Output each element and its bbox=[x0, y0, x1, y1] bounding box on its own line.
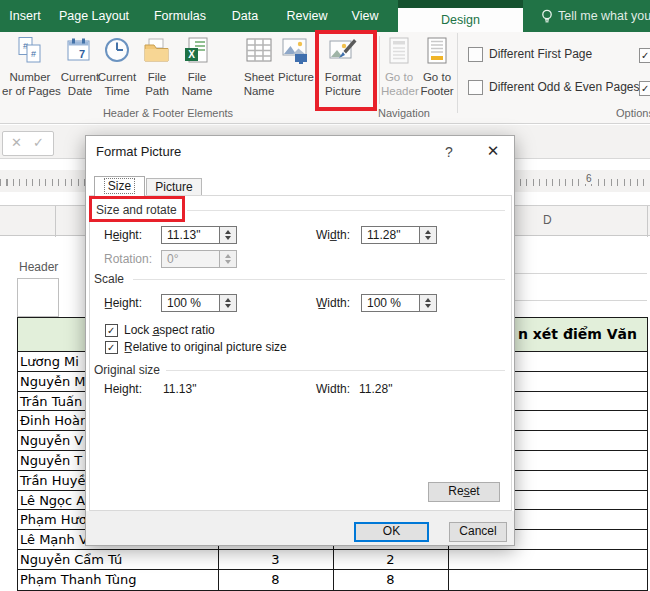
button-label: Header bbox=[381, 85, 419, 97]
different-odd-even-label: Different Odd & Even Pages bbox=[489, 80, 640, 94]
help-icon[interactable]: ? bbox=[441, 144, 457, 160]
button-label: Go to bbox=[385, 71, 413, 83]
score-cell[interactable]: 2 bbox=[333, 550, 448, 570]
spin-up-icon[interactable] bbox=[425, 230, 431, 234]
go-to-header-icon bbox=[384, 36, 414, 66]
svg-text:7: 7 bbox=[79, 48, 85, 60]
different-first-page-label: Different First Page bbox=[489, 47, 592, 61]
original-width-label: Width: bbox=[316, 382, 350, 396]
current-time-button[interactable]: Current Time bbox=[97, 33, 137, 105]
student-name: Phạm Thanh Tùng bbox=[20, 572, 137, 587]
table-row[interactable]: Nguyễn Cẩm Tú 3 2 bbox=[17, 550, 647, 570]
enter-entry-icon[interactable]: ✓ bbox=[33, 135, 44, 150]
go-to-footer-icon bbox=[422, 36, 452, 66]
file-name-button[interactable]: X File Name bbox=[177, 33, 217, 105]
tell-me-box[interactable]: Tell me what you w bbox=[558, 0, 650, 32]
picture-button[interactable]: Picture bbox=[276, 33, 316, 105]
current-date-button[interactable]: 7 Current Date bbox=[60, 33, 100, 105]
column-header-divider bbox=[55, 206, 56, 237]
reset-button[interactable]: Res̲et bbox=[428, 482, 500, 502]
table-border bbox=[647, 317, 648, 591]
relative-to-original-checkbox[interactable]: ✓ bbox=[105, 341, 118, 354]
lock-aspect-ratio-checkbox[interactable]: ✓ bbox=[105, 324, 118, 337]
student-name: Lê Ngọc A bbox=[20, 493, 85, 508]
scale-width-spinner[interactable] bbox=[419, 295, 436, 311]
button-label: Name bbox=[244, 85, 275, 97]
spin-down-icon[interactable] bbox=[225, 236, 231, 240]
button-label: Name bbox=[182, 85, 213, 97]
close-icon[interactable]: ✕ bbox=[484, 142, 502, 160]
score-cell[interactable]: 8 bbox=[333, 570, 448, 590]
tab-view[interactable]: View bbox=[352, 0, 379, 32]
group-label-options: Options bbox=[616, 107, 650, 120]
different-first-page-checkbox[interactable] bbox=[468, 47, 483, 62]
scale-height-spinner[interactable] bbox=[219, 295, 236, 311]
lightbulb-icon bbox=[541, 9, 553, 24]
number-of-pages-button[interactable]: # # Number er of Pages bbox=[2, 33, 58, 105]
spin-down-icon[interactable] bbox=[425, 236, 431, 240]
height-spinner[interactable] bbox=[219, 227, 236, 243]
tab-picture[interactable]: Picture bbox=[146, 178, 202, 196]
tab-insert[interactable]: Insert bbox=[9, 0, 40, 32]
different-odd-even-checkbox[interactable] bbox=[468, 80, 483, 95]
spin-up-icon[interactable] bbox=[225, 230, 231, 234]
picture-icon bbox=[281, 36, 311, 66]
tab-data[interactable]: Data bbox=[232, 0, 258, 32]
spin-up-icon bbox=[225, 254, 231, 258]
student-name: Đinh Hoàn bbox=[20, 413, 88, 428]
group-separator bbox=[457, 33, 458, 113]
cancel-button[interactable]: Cancel bbox=[449, 522, 507, 542]
student-name: Nguyễn Cẩm Tú bbox=[20, 552, 122, 567]
cancel-entry-icon[interactable]: ✕ bbox=[11, 135, 22, 150]
spin-down-icon[interactable] bbox=[225, 304, 231, 308]
file-path-button[interactable]: File Path bbox=[139, 33, 175, 105]
scale-width-field[interactable]: 100 % bbox=[361, 294, 437, 312]
tab-formulas[interactable]: Formulas bbox=[154, 0, 206, 32]
score-cell[interactable]: 8 bbox=[218, 570, 333, 590]
scale-height-field[interactable]: 100 % bbox=[161, 294, 237, 312]
tab-review[interactable]: Review bbox=[287, 0, 328, 32]
dialog-title: Format Picture bbox=[96, 144, 181, 159]
width-spinner[interactable] bbox=[419, 227, 436, 243]
number-of-pages-icon: # # bbox=[15, 36, 45, 66]
button-label: Go to bbox=[423, 71, 451, 83]
sheet-name-button[interactable]: Sheet Name bbox=[239, 33, 279, 105]
width-field[interactable]: 11.28" bbox=[361, 226, 437, 244]
button-label: Picture bbox=[278, 71, 314, 83]
section-divider bbox=[187, 210, 505, 211]
format-picture-highlight bbox=[315, 30, 377, 111]
header-box[interactable] bbox=[17, 278, 59, 317]
original-width-value: 11.28" bbox=[359, 382, 392, 396]
section-divider bbox=[133, 279, 505, 280]
button-label: Sheet bbox=[244, 71, 274, 83]
ok-button[interactable]: OK bbox=[354, 522, 429, 542]
height-field[interactable]: 11.13" bbox=[161, 226, 237, 244]
align-page-margins-checkbox[interactable]: ✓ bbox=[639, 81, 650, 96]
scale-height-value: 100 % bbox=[167, 296, 201, 310]
column-header-d[interactable]: D bbox=[543, 213, 552, 227]
lock-aspect-ratio-label: Lock a̲spect ratio bbox=[124, 323, 215, 337]
spin-up-icon[interactable] bbox=[425, 298, 431, 302]
excel-window: { "icons": { "check": "\u2713", "cancel"… bbox=[0, 0, 650, 591]
tab-page-layout[interactable]: Page Layout bbox=[59, 0, 129, 32]
ribbon-tab-bar: Insert Page Layout Formulas Data Review … bbox=[0, 0, 650, 32]
spin-down-icon bbox=[225, 260, 231, 264]
score-cell[interactable]: 3 bbox=[218, 550, 333, 570]
tab-size[interactable]: Size bbox=[94, 176, 145, 196]
spin-down-icon[interactable] bbox=[425, 304, 431, 308]
scale-with-document-checkbox[interactable]: ✓ bbox=[639, 48, 650, 63]
sheet-name-icon bbox=[244, 36, 274, 66]
button-label: Footer bbox=[420, 85, 453, 97]
button-label: File bbox=[148, 71, 167, 83]
spin-up-icon[interactable] bbox=[225, 298, 231, 302]
tab-design-active[interactable]: Design bbox=[398, 8, 523, 32]
go-to-footer-button[interactable]: Go to Footer bbox=[419, 33, 455, 105]
table-row[interactable]: Phạm Thanh Tùng 8 8 bbox=[17, 570, 647, 591]
ruler-number: 6 bbox=[584, 173, 594, 184]
button-label: Date bbox=[68, 85, 92, 97]
original-size-heading: Original size bbox=[94, 363, 160, 377]
button-label: Current bbox=[98, 71, 136, 83]
button-label: Current bbox=[61, 71, 99, 83]
check-icon: ✓ bbox=[641, 82, 649, 95]
file-path-icon bbox=[142, 36, 172, 66]
